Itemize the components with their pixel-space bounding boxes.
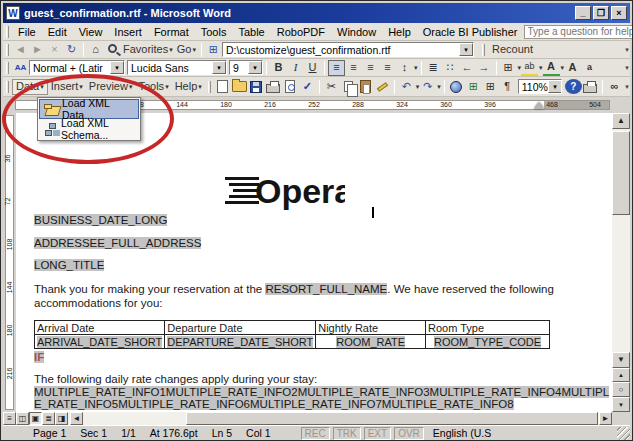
rate-changes-paragraph: The following daily rate changes apply d…: [34, 373, 317, 385]
logo-speed-lines: [225, 177, 259, 204]
annotation-ellipse: [2, 74, 174, 164]
multiple-rate-info-line2[interactable]: E_RATE_INFO5MULTIPLE_RATE_INFO6MULTIPLE_…: [34, 398, 514, 410]
column-header: Arrival Date: [35, 321, 165, 335]
departure-date-field[interactable]: DEPARTURE_DATE_SHORT: [167, 336, 313, 348]
reservation-table: Arrival Date Departure Date Nightly Rate…: [34, 320, 550, 349]
logo-text: Opera: [255, 172, 345, 210]
business-date-field[interactable]: BUSINESS_DATE_LONG: [34, 214, 167, 226]
thank-you-paragraph: Thank you for making your reservation at…: [34, 282, 561, 310]
paragraph-text: Thank you for making your reservation at…: [34, 283, 265, 295]
addressee-address-field[interactable]: ADDRESSEE_FULL_ADDRESS: [34, 237, 201, 249]
opera-logo: Opera: [225, 169, 345, 213]
column-header: Nightly Rate: [316, 321, 426, 335]
column-header: Departure Date: [165, 321, 316, 335]
room-type-field[interactable]: ROOM_TYPE_CODE: [434, 336, 541, 348]
if-field-marker[interactable]: IF: [34, 351, 44, 363]
room-rate-field[interactable]: ROOM_RATE: [336, 336, 405, 348]
table-header-row: Arrival Date Departure Date Nightly Rate…: [35, 321, 550, 335]
resort-name-field[interactable]: RESORT_FULL_NAME: [265, 283, 387, 295]
word-window: W guest_confirmation.rtf - Microsoft Wor…: [0, 0, 633, 441]
arrival-date-field[interactable]: ARRIVAL_DATE_SHORT: [37, 336, 162, 348]
table-row: ARRIVAL_DATE_SHORT DEPARTURE_DATE_SHORT …: [35, 335, 550, 349]
long-title-field[interactable]: LONG_TITLE: [34, 259, 104, 271]
column-header: Room Type: [426, 321, 550, 335]
document-content: Opera BUSINESS_DATE_LONG ADDRESSEE_FULL_…: [1, 1, 632, 440]
multiple-rate-info-line1[interactable]: MULTIPLE_RATE_INFO1MULTIPLE_RATE_INFO2MU…: [34, 386, 609, 398]
text-cursor: [372, 207, 374, 218]
